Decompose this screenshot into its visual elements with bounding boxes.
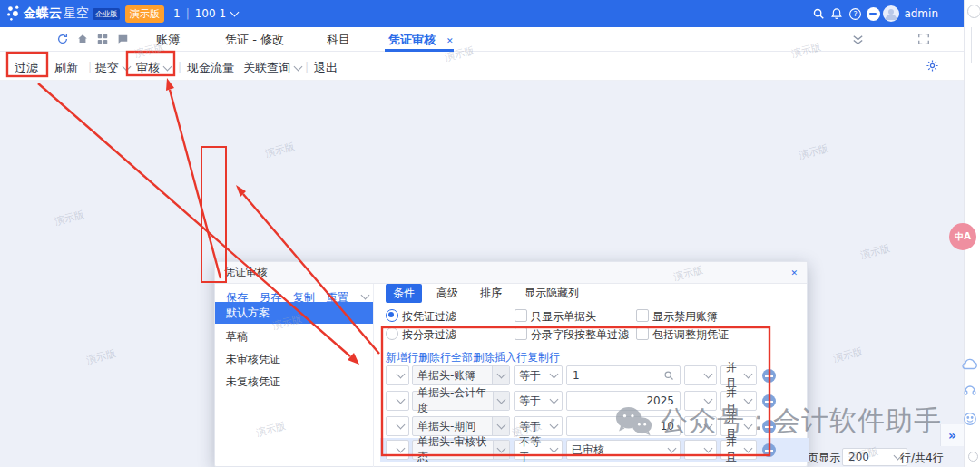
tab-voucher-audit[interactable]: 凭证审核 bbox=[388, 32, 436, 48]
entry-field-whole-doc-label: 分录字段按整单过滤 bbox=[531, 327, 629, 343]
filter-logic-select[interactable]: 并且 bbox=[720, 391, 757, 411]
remove-filter-row-button[interactable] bbox=[762, 443, 776, 457]
filter-value-input[interactable]: 1 bbox=[566, 365, 681, 385]
smiley-feedback-icon[interactable] bbox=[963, 412, 977, 429]
filter-extra-select[interactable] bbox=[684, 416, 717, 436]
filter-row-prefix-select[interactable] bbox=[386, 440, 409, 460]
dialog-title-bar: 凭证审核 bbox=[215, 262, 807, 284]
scheme-item-draft[interactable]: 草稿 bbox=[215, 326, 373, 347]
remove-filter-row-button[interactable] bbox=[762, 394, 776, 408]
toolbar-divider: | bbox=[305, 61, 309, 73]
scheme-item-default[interactable]: 默认方案 bbox=[215, 302, 373, 324]
tab-bar: 账簿 凭证 - 修改 科目 凭证审核 bbox=[0, 27, 964, 52]
tab-ledger[interactable]: 账簿 bbox=[156, 32, 180, 48]
chevron-down-icon[interactable] bbox=[361, 291, 370, 300]
copy-row-link[interactable]: 复制行 bbox=[527, 350, 560, 365]
filter-logic-select[interactable]: 并且 bbox=[720, 440, 757, 460]
demo-badge: 演示版 bbox=[125, 5, 164, 23]
kingdee-logo-icon bbox=[5, 5, 24, 23]
insert-row-link[interactable]: 插入行 bbox=[495, 350, 527, 365]
delete-all-link[interactable]: 全部删除 bbox=[451, 350, 495, 365]
cash-flow-button[interactable]: 现金流量 bbox=[187, 60, 234, 76]
sync-icon[interactable] bbox=[56, 33, 69, 48]
tab-close-icon[interactable] bbox=[446, 34, 454, 46]
remove-filter-row-button[interactable] bbox=[762, 420, 776, 433]
chevron-down-icon bbox=[550, 444, 559, 453]
tab-voucher-edit[interactable]: 凭证 - 修改 bbox=[225, 32, 284, 48]
settings-gear-icon[interactable] bbox=[926, 59, 939, 75]
show-disabled-books-checkbox[interactable] bbox=[636, 309, 649, 322]
refresh-button[interactable]: 刷新 bbox=[54, 60, 78, 76]
filter-field-select[interactable]: 单据头-期间 bbox=[412, 416, 510, 436]
submit-button[interactable]: 提交 bbox=[95, 60, 130, 76]
notification-bell-icon[interactable] bbox=[828, 5, 846, 23]
entry-field-whole-doc-checkbox[interactable] bbox=[514, 327, 527, 340]
collapse-double-chevron-icon[interactable] bbox=[851, 33, 865, 49]
delete-row-link[interactable]: 删除行 bbox=[418, 350, 451, 365]
help-icon[interactable]: ? bbox=[846, 5, 864, 23]
per-page-select[interactable]: 200 bbox=[842, 448, 907, 466]
filter-operator-select[interactable]: 不等于 bbox=[514, 440, 563, 460]
filter-row-prefix-select[interactable] bbox=[386, 416, 409, 436]
filter-operator-select[interactable]: 等于 bbox=[514, 416, 563, 436]
edition-badge: 企业版 bbox=[93, 8, 120, 20]
dialog-tab-condition[interactable]: 条件 bbox=[386, 284, 422, 303]
dialog-tab-show-hide-columns[interactable]: 显示隐藏列 bbox=[516, 284, 587, 303]
audit-button[interactable]: 审核 bbox=[136, 60, 171, 76]
filter-value-input[interactable]: 10 bbox=[566, 416, 681, 436]
filter-operator-select[interactable]: 等于 bbox=[514, 365, 563, 385]
dialog-close-icon[interactable] bbox=[790, 267, 798, 278]
filter-field-select[interactable]: 单据头-审核状态 bbox=[412, 440, 510, 460]
scheme-item-unaudited[interactable]: 未审核凭证 bbox=[215, 348, 373, 370]
toolbar-divider: | bbox=[88, 61, 92, 73]
fullscreen-icon[interactable] bbox=[917, 33, 930, 48]
dialog-tab-advanced[interactable]: 高级 bbox=[429, 284, 466, 303]
filter-button[interactable]: 过滤 bbox=[15, 60, 38, 76]
remove-filter-row-button[interactable] bbox=[762, 369, 776, 383]
org-selector[interactable]: 1 | 100 1 bbox=[173, 7, 238, 20]
filter-row-prefix-select[interactable] bbox=[386, 365, 409, 385]
filter-value-input[interactable]: 2025 bbox=[566, 391, 681, 411]
username[interactable]: admin bbox=[904, 7, 938, 20]
filter-field-select[interactable]: 单据头-会计年度 bbox=[412, 391, 510, 411]
chevron-down-icon bbox=[704, 421, 713, 430]
chevron-down-icon bbox=[230, 8, 240, 17]
lookup-magnifier-icon[interactable] bbox=[663, 370, 674, 381]
related-query-button[interactable]: 关联查询 bbox=[243, 60, 301, 76]
translate-floating-button[interactable]: 中A bbox=[949, 223, 976, 250]
filter-by-entry-radio[interactable] bbox=[386, 327, 398, 340]
show-header-only-label: 只显示单据头 bbox=[531, 309, 596, 325]
dialog-divider bbox=[373, 284, 374, 467]
exit-button[interactable]: 退出 bbox=[314, 60, 338, 76]
filter-row-prefix-select[interactable] bbox=[386, 391, 409, 411]
add-row-link[interactable]: 新增行 bbox=[386, 350, 418, 365]
org-code: 100 1 bbox=[195, 7, 226, 20]
avatar[interactable] bbox=[882, 5, 900, 23]
filter-extra-select[interactable] bbox=[684, 440, 717, 460]
filter-field-select[interactable]: 单据头-账簿 bbox=[412, 365, 510, 385]
filter-operator-select[interactable]: 等于 bbox=[514, 391, 563, 411]
scheme-item-unreviewed[interactable]: 未复核凭证 bbox=[215, 371, 373, 393]
summary-expand-button[interactable]: » bbox=[940, 424, 964, 446]
do-not-disturb-icon[interactable] bbox=[864, 5, 882, 23]
show-disabled-books-label: 显示禁用账簿 bbox=[652, 309, 718, 325]
headset-support-icon[interactable] bbox=[963, 383, 977, 400]
filter-logic-select[interactable]: 并且 bbox=[720, 365, 757, 385]
tab-account[interactable]: 科目 bbox=[327, 32, 350, 48]
cloud-icon[interactable] bbox=[961, 357, 979, 374]
chevron-down-icon bbox=[496, 421, 505, 430]
include-adjust-period-checkbox[interactable] bbox=[636, 327, 649, 340]
chevron-down-icon bbox=[744, 395, 753, 404]
home-icon[interactable] bbox=[76, 33, 89, 48]
filter-extra-select[interactable] bbox=[684, 391, 717, 411]
search-icon[interactable] bbox=[809, 5, 828, 23]
filter-value-select[interactable]: 已审核 bbox=[566, 440, 681, 460]
filter-extra-select[interactable] bbox=[684, 365, 717, 385]
filter-logic-select[interactable]: 并且 bbox=[720, 416, 757, 436]
apps-grid-icon[interactable] bbox=[96, 33, 109, 48]
filter-by-voucher-radio[interactable] bbox=[386, 309, 398, 322]
chevron-down-icon bbox=[744, 421, 753, 430]
dialog-tab-sort[interactable]: 排序 bbox=[473, 284, 509, 303]
show-header-only-checkbox[interactable] bbox=[514, 309, 527, 322]
message-icon[interactable] bbox=[116, 33, 129, 48]
